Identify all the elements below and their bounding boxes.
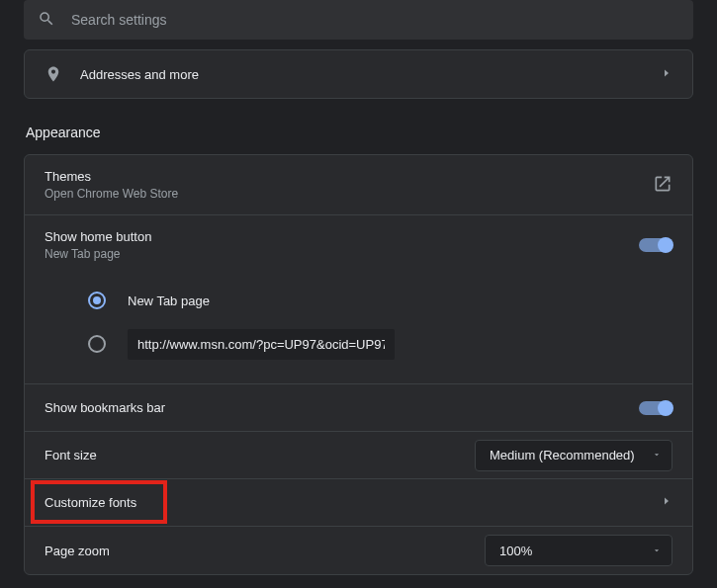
search-icon bbox=[38, 10, 55, 31]
font-size-label: Font size bbox=[45, 448, 475, 462]
page-zoom-select[interactable]: 100% bbox=[485, 535, 672, 566]
search-bar[interactable] bbox=[24, 0, 693, 40]
radio-newtab-row[interactable]: New Tab page bbox=[88, 279, 672, 322]
radio-newtab[interactable] bbox=[88, 292, 106, 309]
home-button-toggle[interactable] bbox=[639, 238, 672, 252]
appearance-card: Themes Open Chrome Web Store Show home b… bbox=[24, 154, 693, 575]
home-button-row: Show home button New Tab page bbox=[25, 215, 692, 275]
chevron-right-icon bbox=[661, 67, 672, 82]
page-zoom-label: Page zoom bbox=[45, 544, 485, 558]
home-button-block: Show home button New Tab page New Tab pa… bbox=[25, 215, 692, 384]
search-input[interactable] bbox=[71, 12, 679, 28]
bookmarks-toggle[interactable] bbox=[639, 401, 672, 415]
chevron-right-icon bbox=[661, 495, 672, 510]
themes-row[interactable]: Themes Open Chrome Web Store bbox=[25, 155, 692, 215]
font-size-select[interactable]: Medium (Recommended) bbox=[475, 440, 672, 471]
radio-url-row[interactable] bbox=[88, 322, 672, 366]
page-zoom-row: Page zoom 100% bbox=[25, 527, 692, 574]
custom-url-input[interactable] bbox=[128, 329, 395, 360]
customize-fonts-label: Customize fonts bbox=[45, 495, 661, 510]
addresses-label: Addresses and more bbox=[80, 67, 661, 82]
themes-label: Themes bbox=[45, 169, 653, 184]
home-button-sub: New Tab page bbox=[45, 247, 639, 261]
location-icon bbox=[45, 65, 80, 83]
customize-fonts-row[interactable]: Customize fonts bbox=[25, 479, 692, 527]
section-title: Appearance bbox=[26, 125, 693, 140]
bookmarks-label: Show bookmarks bar bbox=[45, 400, 639, 415]
dropdown-icon bbox=[652, 544, 662, 558]
dropdown-icon bbox=[652, 448, 662, 462]
radio-custom-url[interactable] bbox=[88, 335, 106, 353]
font-size-value: Medium (Recommended) bbox=[490, 448, 635, 462]
open-external-icon bbox=[653, 174, 672, 197]
home-button-label: Show home button bbox=[45, 229, 639, 244]
radio-newtab-label: New Tab page bbox=[128, 294, 210, 308]
home-button-radio-group: New Tab page bbox=[25, 275, 692, 383]
page-zoom-value: 100% bbox=[499, 544, 532, 558]
addresses-row[interactable]: Addresses and more bbox=[25, 50, 692, 98]
font-size-row: Font size Medium (Recommended) bbox=[25, 432, 692, 479]
addresses-card: Addresses and more bbox=[24, 49, 693, 99]
themes-sub: Open Chrome Web Store bbox=[45, 187, 653, 201]
bookmarks-row: Show bookmarks bar bbox=[25, 384, 692, 432]
